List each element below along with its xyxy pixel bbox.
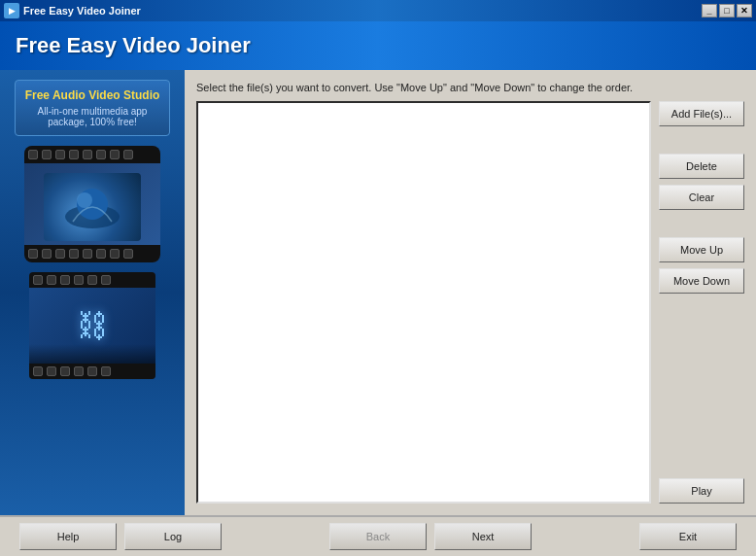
button-spacer-2 — [659, 216, 744, 231]
film-hole — [69, 249, 79, 259]
film-hole — [110, 249, 120, 259]
add-files-button[interactable]: Add File(s)... — [659, 101, 744, 126]
bottom-bar-center: Back Next — [329, 523, 532, 550]
film-hole — [69, 150, 79, 159]
link-symbol: ⛓ — [77, 308, 108, 344]
film-hole — [33, 366, 43, 376]
exit-button[interactable]: Exit — [639, 523, 737, 550]
link-icon-strip-bottom — [29, 364, 155, 379]
film-hole — [28, 150, 38, 159]
film-hole — [101, 366, 111, 376]
film-hole — [42, 150, 52, 159]
close-button[interactable]: ✕ — [737, 4, 752, 17]
content-area: Select the file(s) you want to convert. … — [185, 70, 756, 515]
sidebar: Free Audio Video Studio All-in-one multi… — [0, 70, 185, 515]
app-header: Free Easy Video Joiner — [0, 21, 756, 70]
help-button[interactable]: Help — [19, 523, 117, 550]
sidebar-banner-title: Free Audio Video Studio — [23, 88, 161, 102]
title-bar: ▶ Free Easy Video Joiner _ □ ✕ — [0, 0, 756, 21]
button-spacer-1 — [659, 132, 744, 148]
film-hole — [87, 275, 97, 285]
bottom-bar-right: Exit — [639, 523, 737, 550]
next-button[interactable]: Next — [434, 523, 532, 550]
film-hole — [55, 249, 65, 259]
button-panel: Add File(s)... Delete Clear Move Up Move… — [659, 101, 744, 504]
minimize-button[interactable]: _ — [702, 4, 717, 17]
main-content: Free Audio Video Studio All-in-one multi… — [0, 70, 756, 515]
film-hole — [60, 275, 70, 285]
bottom-bar: Help Log Back Next Exit — [0, 515, 756, 556]
film-hole — [60, 366, 70, 376]
move-down-button[interactable]: Move Down — [659, 268, 744, 294]
sidebar-film-reel — [24, 146, 160, 262]
move-up-button[interactable]: Move Up — [659, 237, 744, 262]
film-hole — [96, 249, 106, 259]
film-hole — [96, 150, 106, 159]
app-icon: ▶ — [4, 3, 19, 18]
instruction-text: Select the file(s) you want to convert. … — [196, 82, 744, 93]
sidebar-banner: Free Audio Video Studio All-in-one multi… — [15, 80, 170, 136]
film-hole — [123, 249, 133, 259]
back-button[interactable]: Back — [329, 523, 427, 550]
title-bar-left: ▶ Free Easy Video Joiner — [4, 3, 141, 18]
film-hole — [28, 249, 38, 259]
film-strip-bottom — [24, 245, 160, 262]
maximize-button[interactable]: □ — [719, 4, 735, 17]
play-button[interactable]: Play — [659, 478, 744, 504]
film-hole — [83, 150, 92, 159]
film-strip-top — [24, 146, 160, 163]
log-button[interactable]: Log — [124, 523, 222, 550]
film-hole — [55, 150, 65, 159]
film-hole — [74, 366, 84, 376]
film-image-svg — [63, 183, 121, 231]
button-spacer-3 — [659, 299, 744, 472]
svg-point-2 — [77, 192, 92, 208]
link-icon-shadow — [29, 344, 155, 364]
link-icon-strip-top — [29, 272, 155, 288]
film-hole — [47, 366, 56, 376]
sidebar-banner-subtitle: All-in-one multimedia app package, 100% … — [23, 106, 161, 127]
film-hole — [101, 275, 111, 285]
film-hole — [123, 150, 133, 159]
film-center-image — [44, 173, 141, 241]
film-hole — [110, 150, 120, 159]
bottom-bar-left: Help Log — [19, 523, 222, 550]
film-hole — [87, 366, 97, 376]
film-hole — [42, 249, 52, 259]
title-bar-text: Free Easy Video Joiner — [23, 5, 141, 17]
film-hole — [83, 249, 92, 259]
file-list-box[interactable] — [196, 101, 651, 504]
content-row: Add File(s)... Delete Clear Move Up Move… — [196, 101, 744, 504]
film-hole — [33, 275, 43, 285]
title-bar-controls: _ □ ✕ — [702, 4, 752, 17]
app-title: Free Easy Video Joiner — [16, 33, 251, 58]
film-hole — [74, 275, 84, 285]
film-hole — [47, 275, 56, 285]
clear-button[interactable]: Clear — [659, 185, 744, 210]
delete-button[interactable]: Delete — [659, 154, 744, 179]
sidebar-link-icon: ⛓ — [29, 272, 155, 379]
